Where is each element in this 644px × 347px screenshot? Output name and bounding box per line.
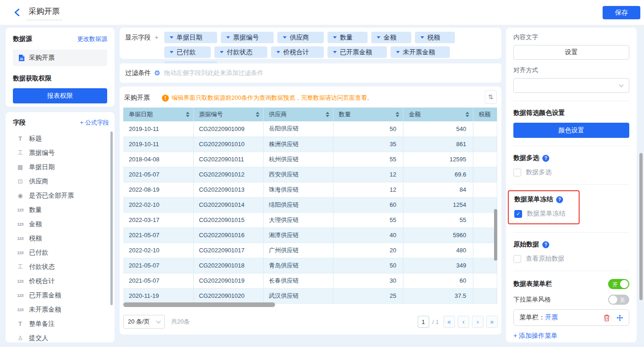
field-item[interactable]: 123价税合计 — [13, 274, 109, 288]
window-scrollbar[interactable] — [639, 153, 643, 300]
display-field-chip[interactable]: 已开票金额 — [328, 46, 387, 58]
divider — [513, 271, 629, 271]
table-row[interactable]: 2018-04-08CG20220901011杭州供应链5512595 — [123, 152, 497, 167]
back-icon[interactable] — [12, 7, 22, 17]
help-icon[interactable]: ? — [542, 155, 549, 162]
current-page-box[interactable]: 1 — [418, 316, 429, 328]
field-item[interactable]: 123已付款 — [13, 245, 109, 260]
field-item[interactable]: 123数量 — [13, 203, 109, 217]
raw-data-checkbox-row[interactable]: 查看原始数据 — [513, 255, 629, 263]
display-field-chip[interactable]: 单据日期 — [164, 32, 217, 43]
table-cell: 2022-02-10 — [123, 243, 193, 258]
field-item[interactable]: ♙提交人 — [13, 331, 109, 342]
raw-data-checkbox[interactable] — [513, 255, 521, 263]
move-icon[interactable] — [616, 314, 623, 321]
field-item[interactable]: T整单备注 — [13, 317, 109, 331]
column-header[interactable]: 数量 — [333, 108, 403, 121]
table-row[interactable]: 2021-05-07CG20220901016湘潭供应链405960 — [123, 228, 497, 243]
table-row[interactable]: 2021-05-07CG20220901019长春供应链3060 — [123, 273, 497, 288]
field-item[interactable]: ⊡供应商 — [13, 174, 109, 188]
change-datasource-link[interactable]: 更改数据源 — [77, 35, 107, 43]
table-cell: 50 — [333, 121, 403, 137]
datasource-item[interactable]: 采购开票 — [13, 50, 107, 66]
display-field-chip[interactable]: 金额 — [371, 32, 411, 43]
table-horizontal-scrollbar[interactable] — [123, 302, 275, 307]
fields-scrollbar[interactable] — [110, 131, 113, 305]
table-row[interactable]: 2022-03-17CG20220901015大理供应链5555 — [123, 212, 497, 228]
prev-page-button[interactable]: ‹ — [458, 316, 469, 328]
add-action-menu-link[interactable]: + 添加操作菜单 — [513, 332, 629, 340]
field-item[interactable]: 123金额 — [13, 217, 109, 231]
column-header[interactable]: 税额 — [473, 108, 497, 121]
first-page-button[interactable]: « — [443, 316, 455, 328]
table-cell: CG20220901014 — [193, 197, 263, 212]
trash-icon[interactable] — [604, 314, 610, 321]
table-row[interactable]: 2021-05-07CG20220901012西安供应链1269.6 — [123, 167, 497, 182]
multi-select-checkbox-row[interactable]: 数据多选 — [513, 168, 629, 176]
sort-icon[interactable] — [256, 112, 259, 117]
menubar-toggle-on[interactable]: 开 — [608, 279, 629, 289]
multi-select-checkbox[interactable] — [513, 169, 521, 176]
help-icon[interactable]: ? — [556, 196, 563, 203]
next-page-button[interactable]: › — [472, 316, 483, 328]
last-page-button[interactable]: » — [486, 316, 498, 328]
sort-order-icon[interactable]: ⇅ — [485, 90, 497, 104]
freeze-checkbox-row[interactable]: ✓ 数据菜单冻结 — [514, 210, 574, 218]
field-item[interactable]: ◉是否已全部开票 — [13, 188, 109, 203]
menu-item-value[interactable]: 开票 — [545, 313, 558, 322]
gear-icon[interactable]: ⚙ — [154, 69, 160, 77]
table-cell: 35 — [333, 137, 403, 152]
field-item-label: 整单备注 — [29, 320, 55, 328]
display-field-chip[interactable]: 票据编号 — [221, 32, 274, 43]
content-text-settings-button[interactable]: 设置 — [513, 45, 629, 60]
field-item[interactable]: 123已开票金额 — [13, 288, 109, 302]
table-row[interactable]: 2021-05-07CG20220901018青岛供应链50349 — [123, 258, 497, 273]
display-field-chip[interactable]: 价税合计 — [271, 46, 324, 58]
column-header[interactable]: 供应商 — [263, 108, 333, 121]
sort-icon[interactable] — [326, 112, 329, 117]
field-item[interactable]: 123未开票金额 — [13, 302, 109, 317]
add-formula-field-link[interactable]: + 公式字段 — [80, 119, 109, 127]
freeze-checkbox[interactable]: ✓ — [514, 210, 522, 218]
table-vertical-scrollbar[interactable] — [494, 209, 497, 261]
table-cell — [473, 243, 497, 258]
column-header[interactable]: 单据日期 — [123, 108, 193, 121]
field-item[interactable]: 工票据编号 — [13, 146, 109, 160]
total-count-label: 共20条 — [171, 318, 190, 326]
menu-item-row[interactable]: 菜单栏： 开票 — [513, 309, 629, 326]
table-row[interactable]: 2022-02-10CG20220901017广州供应链20480 — [123, 243, 497, 258]
align-select[interactable] — [513, 78, 629, 93]
table-row[interactable]: 2022-08-19CG20220901013珠海供应链1284 — [123, 182, 497, 197]
display-field-chip[interactable]: 税额 — [415, 32, 455, 43]
sort-icon[interactable] — [186, 112, 190, 117]
display-field-chip[interactable]: 已付款 — [164, 46, 211, 58]
field-item[interactable]: ▦单据日期 — [13, 160, 109, 174]
save-button[interactable]: 保存 — [603, 6, 640, 19]
color-settings-button[interactable]: 颜色设置 — [513, 123, 629, 138]
table-cell: 60 — [403, 273, 473, 288]
table-row[interactable]: 2019-10-11CG20220901010株洲供应链35861 — [123, 137, 497, 152]
column-header[interactable]: 票据编号 — [193, 108, 263, 121]
add-display-field-icon[interactable]: + — [155, 33, 159, 41]
table-cell: 2021-05-07 — [123, 167, 193, 182]
field-item[interactable]: T标题 — [13, 131, 109, 146]
sort-down-arrow — [466, 115, 469, 117]
display-field-chip[interactable]: 未开票金额 — [391, 46, 450, 58]
dropdown-style-toggle-off[interactable]: 关 — [608, 295, 629, 305]
table-row[interactable]: 2019-10-11CG20220901009岳阳供应链50540 — [123, 121, 497, 137]
sort-down-arrow — [186, 115, 190, 117]
sort-icon[interactable] — [466, 112, 469, 117]
table-cell: 40 — [333, 228, 403, 243]
report-perm-button[interactable]: 报表权限 — [13, 88, 107, 103]
field-item[interactable]: 工付款状态 — [13, 260, 109, 274]
table-row[interactable]: 2020-11-19CG20220901020武汉供应链2537.5 — [123, 288, 497, 303]
column-header[interactable]: 金额 — [403, 108, 473, 121]
help-icon[interactable]: ? — [542, 241, 549, 248]
table-row[interactable]: 2022-02-10CG20220901014绵阳供应链601254 — [123, 197, 497, 212]
field-item[interactable]: 123税额 — [13, 231, 109, 245]
page-size-select[interactable]: 20 条/页 — [123, 315, 165, 329]
display-field-chip[interactable]: 付款状态 — [214, 46, 267, 58]
display-field-chip[interactable]: 供应商 — [277, 32, 324, 43]
display-field-chip[interactable]: 数量 — [328, 32, 368, 43]
sort-icon[interactable] — [396, 112, 399, 117]
